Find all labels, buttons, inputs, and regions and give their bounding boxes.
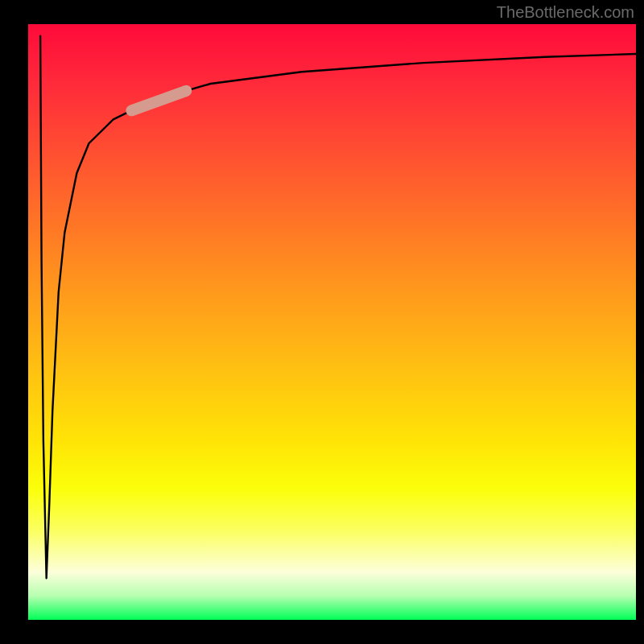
chart-curve-path xyxy=(40,36,636,578)
attribution-text: TheBottleneck.com xyxy=(497,3,634,22)
chart-highlight-segment xyxy=(131,91,186,110)
chart-curve-svg xyxy=(28,24,636,620)
chart-plot-area xyxy=(28,24,636,620)
